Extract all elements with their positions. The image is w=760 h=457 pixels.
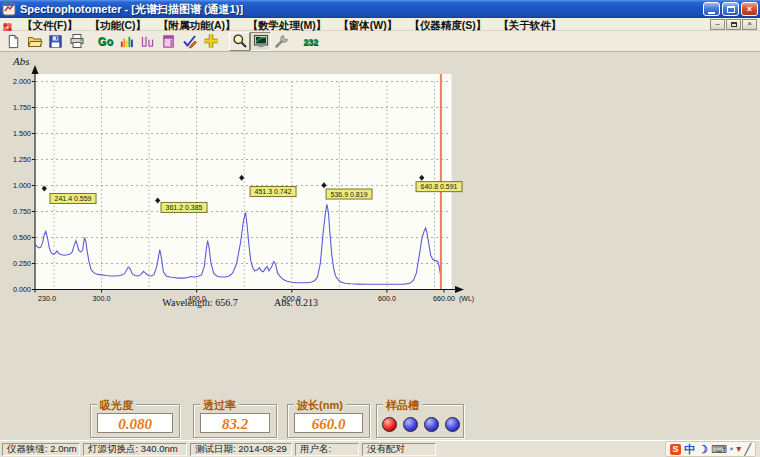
menu-item-math-processing[interactable]: 【数学处理(M)】 — [242, 19, 333, 31]
display-button[interactable] — [250, 32, 271, 51]
menu-item-instrument-accuracy[interactable]: 【仪器精度(S)】 — [403, 19, 492, 31]
user-icon[interactable]: ▪ — [730, 443, 734, 455]
sogou-icon[interactable]: S — [670, 444, 681, 455]
bar-graph-button[interactable] — [137, 32, 158, 51]
status-user-name: 用户名: — [295, 443, 359, 456]
rainbow-bars-icon — [119, 34, 134, 49]
y-tick-label: 0.500 — [13, 233, 31, 242]
mdi-restore-button[interactable] — [726, 19, 741, 30]
moon-icon[interactable]: ☽ — [698, 443, 708, 455]
purple-window-icon — [161, 34, 176, 49]
mdi-close-button[interactable]: × — [742, 19, 757, 30]
sample-slot-4[interactable] — [445, 417, 460, 432]
menu-item-function[interactable]: 【功能(C)】 — [83, 19, 152, 31]
y-tick-label: 1.250 — [13, 155, 31, 164]
wrench-icon[interactable]: ╱ — [744, 443, 751, 455]
transmittance-label: 透过率 — [200, 398, 239, 413]
close-button[interactable]: × — [741, 2, 758, 16]
sample-slots-label: 样品槽 — [383, 398, 422, 413]
monitor-icon — [253, 33, 269, 49]
input-method-tray: S中☽⌨▪▾╱ — [665, 441, 756, 457]
go-button[interactable]: Go — [95, 32, 116, 51]
window-view-button[interactable] — [158, 32, 179, 51]
y-axis-arrow — [32, 65, 39, 74]
spectrum-chart[interactable]: 0.0000.2500.5000.7501.0001.2501.5001.750… — [0, 52, 480, 332]
cursor-wavelength-readout: Wavelength: 656.7 — [162, 297, 237, 308]
crosshair-button[interactable] — [200, 32, 221, 51]
status-bar: 仪器狭缝: 2.0nm灯源切换点: 340.0nm测试日期: 2014-08-2… — [0, 440, 760, 457]
minimize-button[interactable] — [703, 2, 720, 16]
x-axis-arrow — [455, 286, 464, 293]
sample-slot-2[interactable] — [403, 417, 418, 432]
client-area: 0.0000.2500.5000.7501.0001.2501.5001.750… — [0, 52, 760, 440]
peak-label: 536.9 0.819 — [331, 191, 368, 198]
menu-item-window[interactable]: 【窗体(W)】 — [332, 19, 403, 31]
chinese-mode-icon[interactable]: 中 — [684, 443, 695, 455]
maximize-button[interactable] — [722, 2, 739, 16]
check-pencil-icon — [182, 33, 198, 49]
channel-window-icon[interactable] — [2, 19, 13, 30]
toolbar-separator — [292, 32, 300, 51]
x-tick-label: 300.0 — [93, 294, 111, 303]
peak-label: 640.8 0.591 — [421, 183, 458, 190]
plot-area — [36, 74, 452, 290]
rs232-button[interactable]: 232 — [300, 32, 321, 51]
status-pairing-status: 没有配对 — [362, 443, 436, 456]
toolbar-separator — [87, 32, 95, 51]
wavelength-groupbox: 波长(nm) 660.0 — [287, 404, 370, 438]
print-button[interactable] — [66, 32, 87, 51]
menu-item-auxiliary-functions[interactable]: 【附属功能(A)】 — [152, 19, 242, 31]
skin-icon[interactable]: ▾ — [736, 443, 741, 455]
printer-icon — [69, 33, 85, 49]
menu-bar: 【文件(F)】【功能(C)】【附属功能(A)】【数学处理(M)】【窗体(W)】【… — [0, 18, 760, 31]
menu-item-about-software[interactable]: 【关于软件】 — [492, 19, 567, 31]
absorbance-groupbox: 吸光度 0.080 — [90, 404, 180, 438]
mdi-window-controls: – × — [710, 19, 757, 30]
purple-bars-icon — [140, 34, 155, 49]
status-fields: 仪器狭缝: 2.0nm灯源切换点: 340.0nm测试日期: 2014-08-2… — [2, 443, 436, 456]
verify-button[interactable] — [179, 32, 200, 51]
go-text-icon: Go — [98, 35, 113, 47]
zoom-button[interactable] — [229, 32, 250, 51]
sample-slot-1-active[interactable] — [382, 417, 397, 432]
wavelength-label: 波长(nm) — [294, 398, 346, 413]
save-floppy-icon — [48, 34, 63, 49]
rs232-text-icon: 232 — [303, 36, 317, 47]
app-window: Spectrophotometer - [光谱扫描图谱 (通道1)] × 【文件… — [0, 0, 760, 457]
window-controls: × — [703, 2, 758, 16]
new-document-icon — [6, 34, 21, 49]
spectrum-scan-button[interactable] — [116, 32, 137, 51]
transmittance-value: 83.2 — [200, 413, 270, 433]
app-icon — [2, 2, 16, 16]
cursor-abs-readout: Abs: 0.213 — [274, 297, 318, 308]
magnifier-icon — [232, 33, 248, 49]
absorbance-label: 吸光度 — [97, 398, 136, 413]
x-axis-unit: (WL) — [459, 295, 474, 303]
setup-button[interactable] — [271, 32, 292, 51]
x-tick-label: 230.0 — [38, 294, 56, 303]
keyboard-icon[interactable]: ⌨ — [711, 443, 727, 455]
y-tick-label: 1.000 — [13, 181, 31, 190]
sample-slots-groupbox: 样品槽 — [376, 404, 464, 438]
y-tick-label: 1.750 — [13, 103, 31, 112]
x-tick-label: 660.00 — [433, 294, 455, 303]
new-file-button[interactable] — [3, 32, 24, 51]
toolbar: Go232 — [0, 31, 760, 52]
save-button[interactable] — [45, 32, 66, 51]
transmittance-groupbox: 透过率 83.2 — [193, 404, 277, 438]
peak-label: 361.2 0.385 — [166, 204, 203, 211]
open-file-button[interactable] — [24, 32, 45, 51]
y-tick-label: 1.500 — [13, 129, 31, 138]
yellow-cross-icon — [203, 33, 219, 49]
mdi-minimize-button[interactable]: – — [710, 19, 725, 30]
status-slit-width: 仪器狭缝: 2.0nm — [2, 443, 80, 456]
menu-item-file[interactable]: 【文件(F)】 — [16, 19, 83, 31]
sample-slot-row — [382, 417, 460, 432]
status-lamp-switch-point: 灯源切换点: 340.0nm — [83, 443, 187, 456]
y-tick-label: 0.250 — [13, 259, 31, 268]
wrench-icon — [274, 33, 290, 49]
sample-slot-3[interactable] — [424, 417, 439, 432]
wavelength-value: 660.0 — [294, 413, 363, 433]
absorbance-value: 0.080 — [97, 413, 173, 433]
toolbar-separator — [221, 32, 229, 51]
